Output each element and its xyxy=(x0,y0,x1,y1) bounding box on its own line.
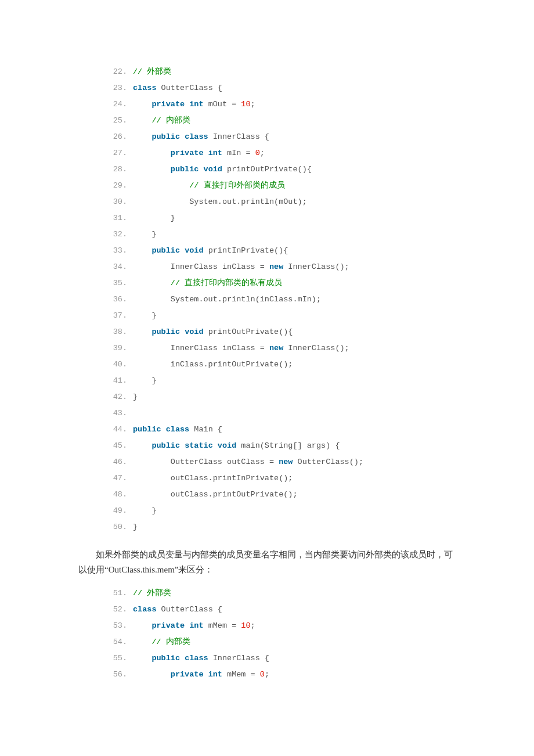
code-line: 25 // 内部类 xyxy=(107,113,456,129)
line-number: 32 xyxy=(107,226,133,243)
line-number: 26 xyxy=(107,129,133,145)
line-number: 22 xyxy=(107,64,133,80)
code-line: 48 outClass.printOutPrivate(); xyxy=(107,487,456,503)
code-content: InnerClass inClass = new InnerClass(); xyxy=(133,340,349,357)
code-line: 37 } xyxy=(107,308,456,324)
code-line: 47 outClass.printInPrivate(); xyxy=(107,470,456,487)
code-content: public class InnerClass { xyxy=(133,650,269,667)
code-line: 28 public void printOutPrivate(){ xyxy=(107,161,456,178)
line-number: 41 xyxy=(107,373,133,389)
line-number: 36 xyxy=(107,291,133,308)
code-line: 54 // 内部类 xyxy=(107,634,456,650)
code-content: outClass.printOutPrivate(); xyxy=(133,487,298,503)
line-number: 51 xyxy=(107,585,133,602)
line-number: 55 xyxy=(107,650,133,667)
code-content: class OutterClass { xyxy=(133,80,222,96)
code-content: } xyxy=(133,503,157,519)
line-number: 50 xyxy=(107,519,133,535)
code-line: 46 OutterClass outClass = new OutterClas… xyxy=(107,454,456,470)
code-line: 53 private int mMem = 10; xyxy=(107,618,456,634)
code-line: 36 System.out.println(inClass.mIn); xyxy=(107,291,456,308)
code-line: 24 private int mOut = 10; xyxy=(107,96,456,113)
code-content: } xyxy=(133,389,138,405)
line-number: 30 xyxy=(107,194,133,210)
line-number: 44 xyxy=(107,422,133,438)
code-line: 40 inClass.printOutPrivate(); xyxy=(107,357,456,373)
line-number: 33 xyxy=(107,243,133,259)
line-number: 43 xyxy=(107,405,133,422)
line-number: 25 xyxy=(107,113,133,129)
code-line: 38 public void printOutPrivate(){ xyxy=(107,324,456,340)
code-line: 56 private int mMem = 0; xyxy=(107,667,456,683)
code-content: private int mIn = 0; xyxy=(133,145,265,161)
code-line: 27 private int mIn = 0; xyxy=(107,145,456,161)
code-block-2: 51// 外部类52class OutterClass {53 private … xyxy=(107,585,456,683)
code-content: } xyxy=(133,373,157,389)
code-content: // 外部类 xyxy=(133,585,171,602)
paragraph-1: 如果外部类的成员变量与内部类的成员变量名字相同，当内部类要访问外部类的该成员时，… xyxy=(78,547,456,577)
line-number: 24 xyxy=(107,96,133,113)
line-number: 54 xyxy=(107,634,133,650)
code-line: 32 } xyxy=(107,226,456,243)
line-number: 46 xyxy=(107,454,133,470)
line-number: 40 xyxy=(107,357,133,373)
code-line: 35 // 直接打印内部类的私有成员 xyxy=(107,275,456,291)
line-number: 53 xyxy=(107,618,133,634)
line-number: 38 xyxy=(107,324,133,340)
line-number: 23 xyxy=(107,80,133,96)
line-number: 27 xyxy=(107,145,133,161)
code-line: 33 public void printInPrivate(){ xyxy=(107,243,456,259)
line-number: 28 xyxy=(107,161,133,178)
code-content: public class Main { xyxy=(133,422,222,438)
code-content: class OutterClass { xyxy=(133,602,222,618)
line-number: 45 xyxy=(107,438,133,454)
code-content: } xyxy=(133,210,175,226)
line-number: 48 xyxy=(107,487,133,503)
code-content: public void printOutPrivate(){ xyxy=(133,324,293,340)
code-content: public void printOutPrivate(){ xyxy=(133,161,312,178)
line-number: 37 xyxy=(107,308,133,324)
code-line: 23class OutterClass { xyxy=(107,80,456,96)
line-number: 42 xyxy=(107,389,133,405)
code-line: 26 public class InnerClass { xyxy=(107,129,456,145)
code-line: 43 xyxy=(107,405,456,422)
document-page: 22// 外部类23class OutterClass {24 private … xyxy=(0,0,534,756)
code-line: 42} xyxy=(107,389,456,405)
code-content: // 内部类 xyxy=(133,113,190,129)
code-line: 49 } xyxy=(107,503,456,519)
code-content: private int mOut = 10; xyxy=(133,96,255,113)
line-number: 52 xyxy=(107,602,133,618)
code-content: // 外部类 xyxy=(133,64,171,80)
line-number: 34 xyxy=(107,259,133,275)
code-content: outClass.printInPrivate(); xyxy=(133,470,293,487)
code-content: InnerClass inClass = new InnerClass(); xyxy=(133,259,349,275)
code-content: System.out.println(mOut); xyxy=(133,194,307,210)
code-block-1: 22// 外部类23class OutterClass {24 private … xyxy=(107,64,456,535)
code-content: OutterClass outClass = new OutterClass()… xyxy=(133,454,363,470)
code-line: 30 System.out.println(mOut); xyxy=(107,194,456,210)
code-line: 45 public static void main(String[] args… xyxy=(107,438,456,454)
line-number: 49 xyxy=(107,503,133,519)
code-content: // 直接打印外部类的成员 xyxy=(133,178,285,194)
line-number: 35 xyxy=(107,275,133,291)
code-line: 34 InnerClass inClass = new InnerClass()… xyxy=(107,259,456,275)
code-line: 51// 外部类 xyxy=(107,585,456,602)
code-content: private int mMem = 0; xyxy=(133,667,269,683)
code-content: public static void main(String[] args) { xyxy=(133,438,340,454)
code-line: 52class OutterClass { xyxy=(107,602,456,618)
code-line: 22// 外部类 xyxy=(107,64,456,80)
line-number: 56 xyxy=(107,667,133,683)
code-line: 39 InnerClass inClass = new InnerClass()… xyxy=(107,340,456,357)
code-line: 50} xyxy=(107,519,456,535)
code-content: private int mMem = 10; xyxy=(133,618,255,634)
code-content: // 直接打印内部类的私有成员 xyxy=(133,275,282,291)
code-content: // 内部类 xyxy=(133,634,190,650)
code-content: public class InnerClass { xyxy=(133,129,269,145)
line-number: 47 xyxy=(107,470,133,487)
code-content: inClass.printOutPrivate(); xyxy=(133,357,293,373)
code-line: 41 } xyxy=(107,373,456,389)
code-line: 31 } xyxy=(107,210,456,226)
code-line: 44public class Main { xyxy=(107,422,456,438)
code-content: System.out.println(inClass.mIn); xyxy=(133,291,321,308)
code-content: } xyxy=(133,226,157,243)
